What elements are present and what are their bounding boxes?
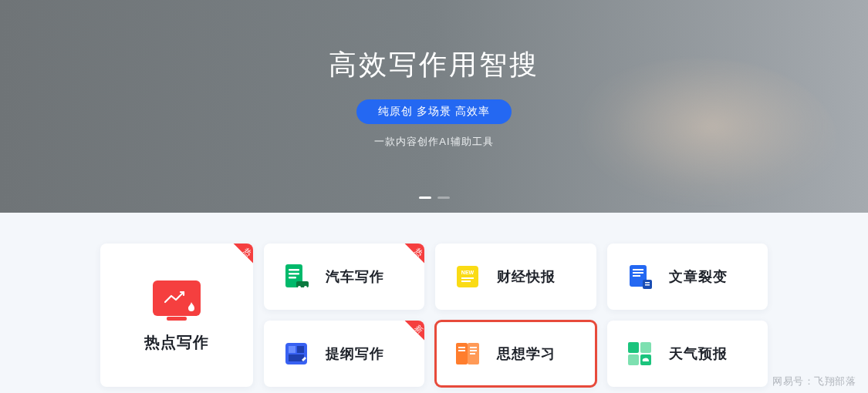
svg-rect-20 [297,346,304,353]
badge: 新 [397,321,424,348]
feature-card-hot-writing[interactable]: 热 热点写作 [100,244,253,387]
svg-rect-31 [628,354,639,365]
svg-rect-12 [633,269,643,270]
svg-rect-16 [645,282,650,284]
svg-rect-10 [461,280,471,282]
svg-rect-26 [470,347,477,348]
svg-rect-3 [289,277,296,279]
svg-rect-27 [470,350,477,351]
card-title: 提纲写作 [326,344,384,363]
flame-icon [187,302,196,313]
card-title: 汽车写作 [326,267,384,286]
svg-rect-1 [289,269,299,271]
hero-subtitle: 一款内容创作AI辅助工具 [374,135,493,149]
card-finance[interactable]: NEW 财经快报 [435,244,596,310]
carousel-dot[interactable] [437,196,450,199]
svg-rect-17 [645,284,650,286]
badge-hot: 热 [225,244,253,271]
carousel-dot[interactable] [419,196,431,199]
article-split-icon [624,261,655,292]
svg-rect-21 [289,354,304,361]
card-outline[interactable]: 新 提纲写作 [264,321,424,387]
car-doc-icon [281,261,312,292]
svg-rect-14 [633,275,640,277]
card-article-split[interactable]: 文章裂变 [607,244,768,310]
svg-point-5 [298,286,301,289]
card-title: 文章裂变 [669,267,728,286]
svg-point-6 [304,286,307,289]
feature-icon [149,278,204,318]
card-title: 思想学习 [497,344,556,363]
svg-text:NEW: NEW [461,270,475,275]
svg-rect-24 [458,347,465,348]
svg-rect-25 [458,350,465,351]
card-car-doc[interactable]: 热 汽车写作 [264,244,424,310]
svg-rect-13 [633,272,643,274]
hero-pill: 纯原创 多场景 高效率 [356,99,512,124]
watermark: 网易号：飞翔部落 [772,375,856,388]
svg-rect-30 [640,342,651,353]
hero-background-image [559,59,837,213]
svg-rect-4 [296,281,309,287]
study-icon [452,338,483,369]
svg-rect-28 [470,353,475,354]
finance-icon: NEW [452,261,483,292]
svg-rect-2 [289,273,299,275]
badge-label: 热 [413,246,424,259]
svg-rect-19 [289,346,296,353]
outline-icon [281,338,312,369]
hero-banner: 高效写作用智搜 纯原创 多场景 高效率 一款内容创作AI辅助工具 [0,0,868,213]
svg-rect-29 [628,342,639,353]
svg-rect-9 [461,277,474,279]
svg-rect-22 [456,343,468,364]
badge-label: 新 [413,323,424,336]
badge: 热 [397,244,424,271]
weather-icon [624,338,655,369]
card-grid: 热 热点写作 热 [0,213,868,387]
card-title: 天气预报 [669,344,728,363]
monitor-trend-icon [153,280,201,316]
hero-title: 高效写作用智搜 [329,46,539,84]
badge-label: 热 [241,246,253,259]
card-weather[interactable]: 天气预报 [607,321,768,387]
card-study[interactable]: 思想学习 [435,321,596,387]
card-title: 财经快报 [497,267,556,286]
carousel-indicators[interactable] [419,196,450,199]
feature-title: 热点写作 [144,332,209,353]
